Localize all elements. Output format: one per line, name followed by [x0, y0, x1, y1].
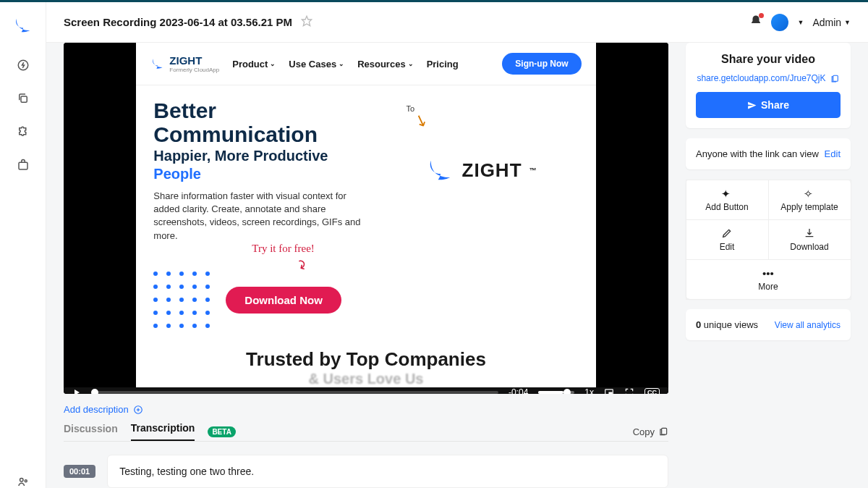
dot-grid: [153, 272, 211, 329]
download-action[interactable]: Download: [768, 219, 851, 260]
zight-logo: ZIGHTFormerly CloudApp: [150, 54, 219, 73]
copy-icon[interactable]: [17, 92, 30, 105]
recorded-webpage: ZIGHTFormerly CloudApp Product⌄ Use Case…: [136, 43, 595, 387]
svg-marker-8: [438, 167, 443, 174]
permission-row: Anyone with the link can view Edit: [686, 138, 851, 169]
more-action[interactable]: ••• More: [686, 259, 851, 300]
trusted-heading: Trusted by Top Companies: [136, 348, 595, 371]
hero-heading-2: Communication: [153, 122, 367, 146]
views-row: 0 unique views View all analytics: [686, 309, 851, 340]
download-icon: [804, 227, 815, 239]
beta-badge: BETA: [208, 426, 235, 437]
share-card: Share your video share.getcloudapp.com/J…: [686, 43, 851, 128]
edit-action[interactable]: Edit: [686, 219, 769, 260]
page-title: Screen Recording 2023-06-14 at 03.56.21 …: [64, 16, 292, 28]
sparkle-icon: ✧: [804, 188, 815, 199]
tabs-row: Discussion Transcription BETA Copy: [64, 422, 668, 442]
share-title: Share your video: [696, 53, 841, 66]
permission-edit[interactable]: Edit: [825, 148, 841, 159]
bag-icon[interactable]: [17, 159, 30, 172]
curved-arrow-icon: ↷: [292, 256, 311, 274]
svg-rect-11: [609, 392, 612, 394]
video-controls: -0:04 1x CC: [64, 387, 668, 394]
bolt-icon[interactable]: [17, 59, 30, 72]
nav-pricing: Pricing: [427, 59, 459, 70]
svg-point-4: [20, 479, 23, 482]
signup-button: Sign-up Now: [502, 53, 581, 75]
svg-marker-9: [75, 390, 80, 394]
permission-text: Anyone with the link can view: [696, 148, 819, 159]
zight-brand-large: ZIGHT™: [426, 156, 537, 185]
hero-people: People: [153, 166, 367, 182]
play-icon[interactable]: [72, 388, 81, 394]
add-description-link[interactable]: Add description: [64, 404, 668, 415]
speed-button[interactable]: 1x: [584, 387, 594, 394]
transcript-text: Testing, testing one two three.: [107, 455, 668, 488]
add-button-action[interactable]: ✦ Add Button: [686, 180, 769, 220]
to-annotation: To: [406, 104, 414, 113]
nav-resources: Resources⌄: [357, 59, 413, 70]
try-annotation: Try it for free!: [252, 243, 315, 255]
timestamp-badge[interactable]: 00:01: [64, 465, 95, 478]
right-panel: Share your video share.getcloudapp.com/J…: [686, 43, 851, 488]
nav-product: Product⌄: [232, 59, 276, 70]
tab-discussion[interactable]: Discussion: [64, 423, 118, 440]
time-remaining: -0:04: [509, 387, 528, 394]
svg-point-5: [25, 480, 27, 482]
people-icon[interactable]: [17, 475, 30, 488]
volume-bar[interactable]: [538, 391, 574, 394]
trusted-sub: & Users Love Us: [136, 371, 595, 387]
avatar-chevron-icon[interactable]: ▼: [797, 19, 804, 26]
hero-heading-1: Better: [153, 98, 367, 122]
app-logo[interactable]: [13, 15, 33, 38]
top-bar: Screen Recording 2023-06-14 at 03.56.21 …: [46, 2, 868, 43]
download-now-button: Download Now: [226, 287, 341, 314]
transcript-row: 00:01 Testing, testing one two three.: [64, 455, 668, 488]
wand-icon: ✦: [721, 188, 733, 199]
puzzle-icon[interactable]: [17, 125, 30, 138]
seek-bar[interactable]: [91, 391, 498, 394]
view-analytics-link[interactable]: View all analytics: [775, 320, 841, 330]
apply-template-action[interactable]: ✧ Apply template: [768, 180, 851, 220]
svg-marker-7: [157, 62, 160, 66]
avatar[interactable]: [771, 14, 788, 31]
hero-paragraph: Share information faster with visual con…: [153, 190, 367, 243]
svg-marker-6: [302, 16, 311, 25]
share-button[interactable]: Share: [696, 92, 841, 118]
video-player: ZIGHTFormerly CloudApp Product⌄ Use Case…: [64, 43, 668, 394]
more-icon: •••: [762, 267, 774, 279]
svg-rect-2: [21, 96, 27, 102]
tab-transcription[interactable]: Transcription: [131, 422, 195, 441]
cc-button[interactable]: CC: [644, 388, 660, 394]
share-url[interactable]: share.getcloudapp.com/Jrue7QjK: [696, 73, 841, 83]
svg-marker-0: [21, 23, 25, 28]
svg-rect-3: [19, 162, 27, 169]
copy-button[interactable]: Copy: [633, 426, 668, 437]
bell-icon[interactable]: [749, 14, 762, 30]
left-rail: [0, 2, 46, 488]
star-icon[interactable]: [301, 15, 312, 30]
nav-use-cases: Use Cases⌄: [289, 59, 344, 70]
views-text: 0 unique views: [696, 319, 758, 330]
actions-grid: ✦ Add Button ✧ Apply template Edit: [686, 180, 851, 299]
svg-rect-14: [833, 75, 838, 81]
fullscreen-icon[interactable]: [624, 387, 634, 394]
admin-menu[interactable]: Admin▼: [812, 17, 851, 28]
svg-rect-13: [662, 428, 667, 434]
arrow-annotation-icon: ↘: [412, 110, 431, 132]
pip-icon[interactable]: [604, 387, 614, 394]
hero-subheading: Happier, More Productive: [153, 148, 367, 164]
pencil-icon: [721, 227, 733, 239]
